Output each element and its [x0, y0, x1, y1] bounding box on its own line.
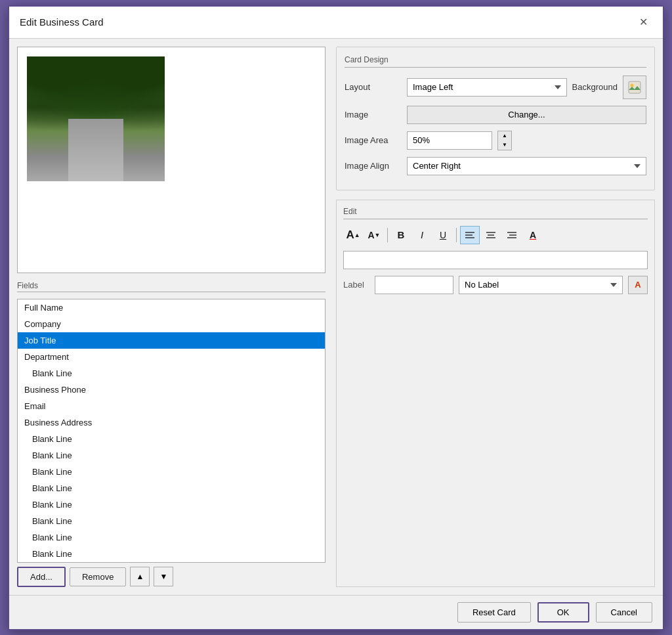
label-color-button[interactable]: A: [628, 276, 648, 294]
align-left-button[interactable]: [460, 226, 480, 244]
image-align-control: Center Right Center Left Top Left Top Ri…: [407, 157, 646, 175]
svg-rect-0: [629, 81, 640, 93]
image-area-row: Image Area ▲ ▼: [345, 131, 646, 150]
image-align-select[interactable]: Center Right Center Left Top Left Top Ri…: [407, 157, 646, 175]
fields-section-label: Fields: [17, 281, 326, 292]
close-button[interactable]: ✕: [634, 13, 652, 32]
layout-label: Layout: [345, 82, 400, 92]
image-row: Image Change...: [345, 106, 646, 124]
change-image-button[interactable]: Change...: [407, 106, 646, 124]
field-item[interactable]: Blank Line: [18, 513, 325, 529]
background-label: Background: [572, 82, 618, 92]
toolbar-separator-1: [387, 228, 388, 242]
bold-button[interactable]: B: [391, 226, 411, 244]
title-bar: Edit Business Card ✕: [9, 7, 663, 39]
italic-button[interactable]: I: [412, 226, 432, 244]
font-increase-button[interactable]: A▲: [343, 226, 363, 244]
ok-button[interactable]: OK: [537, 602, 589, 623]
fields-section: Fields Full NameCompanyJob TitleDepartme…: [17, 281, 326, 587]
image-align-row: Image Align Center Right Center Left Top…: [345, 157, 646, 175]
label-row: Label No Label Custom Business Home Othe…: [343, 276, 648, 294]
field-item[interactable]: Email: [18, 398, 325, 414]
align-center-button[interactable]: [481, 226, 501, 244]
field-item[interactable]: Blank Line: [18, 365, 325, 382]
card-image: [27, 56, 165, 181]
move-up-button[interactable]: ▲: [130, 567, 150, 586]
image-area-label: Image Area: [345, 135, 400, 145]
layout-row: Layout Image Left Image Right Image Top …: [345, 76, 646, 99]
field-item[interactable]: Blank Line: [18, 480, 325, 496]
field-item[interactable]: Job Title: [18, 332, 325, 349]
dialog-footer: Reset Card OK Cancel: [9, 595, 663, 629]
field-item[interactable]: Blank Line: [18, 464, 325, 480]
remove-button[interactable]: Remove: [70, 567, 126, 586]
image-area-input[interactable]: [407, 131, 492, 150]
right-panel: Card Design Layout Image Left Image Righ…: [336, 47, 655, 587]
font-color-icon: A: [530, 230, 536, 240]
spinner-down[interactable]: ▼: [498, 141, 511, 150]
field-item[interactable]: Business Phone: [18, 382, 325, 398]
edit-toolbar: A▲ A▼ B I U: [343, 226, 648, 244]
field-item[interactable]: Company: [18, 316, 325, 332]
edit-section: Edit A▲ A▼ B I U: [336, 200, 655, 587]
fields-list[interactable]: Full NameCompanyJob TitleDepartmentBlank…: [17, 299, 326, 563]
dialog-body: Fields Full NameCompanyJob TitleDepartme…: [9, 39, 663, 595]
label-select[interactable]: No Label Custom Business Home Other: [459, 276, 623, 294]
card-design-section: Card Design Layout Image Left Image Righ…: [336, 47, 655, 190]
image-control: Change...: [407, 106, 646, 124]
left-panel: Fields Full NameCompanyJob TitleDepartme…: [17, 47, 326, 587]
edit-text-input[interactable]: [343, 251, 648, 269]
align-right-icon: [507, 230, 517, 240]
edit-business-card-dialog: Edit Business Card ✕ Fields Full NameCom…: [8, 5, 664, 630]
field-item[interactable]: Blank Line: [18, 529, 325, 546]
font-decrease-button[interactable]: A▼: [364, 226, 384, 244]
field-item[interactable]: Blank Line: [18, 447, 325, 464]
forest-image-graphic: [27, 56, 165, 181]
label-text: Label: [343, 280, 369, 290]
field-item[interactable]: Department: [18, 349, 325, 365]
field-item[interactable]: Blank Line: [18, 546, 325, 562]
image-align-label: Image Align: [345, 161, 400, 171]
label-input[interactable]: [375, 276, 453, 294]
field-item[interactable]: Blank Line: [18, 431, 325, 447]
background-icon: [627, 80, 642, 95]
field-item[interactable]: Full Name: [18, 299, 325, 316]
label-color-icon: A: [635, 280, 640, 290]
background-button[interactable]: [623, 76, 646, 99]
fields-buttons: Add... Remove ▲ ▼: [17, 567, 326, 587]
reset-card-button[interactable]: Reset Card: [457, 602, 531, 623]
edit-header: Edit: [343, 207, 648, 219]
align-right-button[interactable]: [502, 226, 522, 244]
add-button[interactable]: Add...: [17, 567, 66, 587]
toolbar-separator-2: [456, 228, 457, 242]
align-left-icon: [465, 230, 475, 240]
cancel-button[interactable]: Cancel: [596, 602, 652, 623]
field-item[interactable]: Blank Line: [18, 496, 325, 513]
image-label: Image: [345, 110, 400, 120]
image-area-control: ▲ ▼: [407, 131, 646, 150]
align-center-icon: [486, 230, 496, 240]
layout-select[interactable]: Image Left Image Right Image Top No Imag…: [407, 78, 567, 97]
underline-button[interactable]: U: [433, 226, 453, 244]
dialog-title: Edit Business Card: [20, 16, 104, 28]
layout-control: Image Left Image Right Image Top No Imag…: [407, 76, 646, 99]
card-preview: [17, 47, 326, 273]
font-color-button[interactable]: A: [523, 226, 543, 244]
image-area-spinner: ▲ ▼: [497, 131, 512, 150]
card-design-header: Card Design: [345, 55, 646, 68]
svg-point-1: [631, 83, 634, 87]
spinner-up[interactable]: ▲: [498, 131, 511, 141]
move-down-button[interactable]: ▼: [154, 567, 173, 586]
field-item[interactable]: Business Address: [18, 414, 325, 431]
